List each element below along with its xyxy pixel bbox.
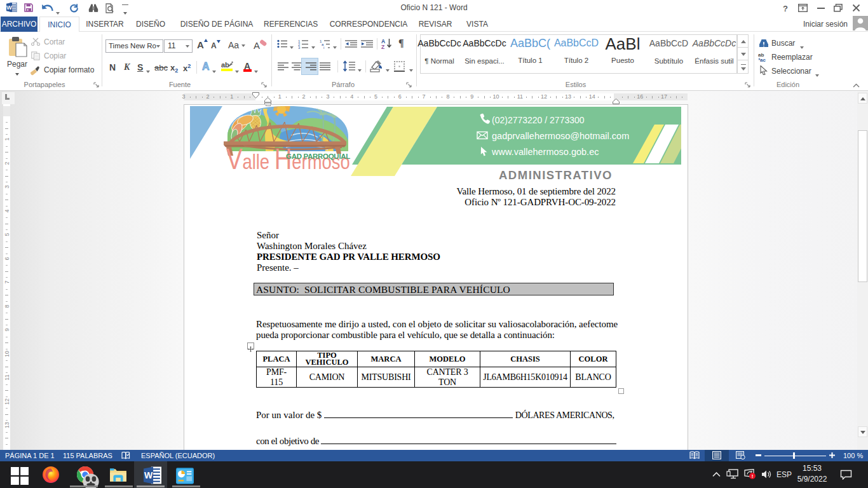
svg-text:gadprvallehermoso@hotmail.com: gadprvallehermoso@hotmail.com bbox=[492, 131, 629, 141]
svg-text:?: ? bbox=[783, 4, 788, 13]
svg-text:Z: Z bbox=[381, 44, 384, 50]
svg-text:A: A bbox=[254, 40, 260, 51]
svg-text:www.vallehermoso.gob.ec: www.vallehermoso.gob.ec bbox=[491, 147, 599, 157]
svg-text:i: i bbox=[323, 46, 324, 49]
svg-text:W: W bbox=[144, 470, 153, 480]
svg-text:!: ! bbox=[752, 473, 754, 479]
svg-text:ac: ac bbox=[760, 57, 766, 62]
svg-text:3: 3 bbox=[298, 46, 301, 49]
svg-text:(02)2773220 / 2773300: (02)2773220 / 2773300 bbox=[492, 115, 585, 125]
